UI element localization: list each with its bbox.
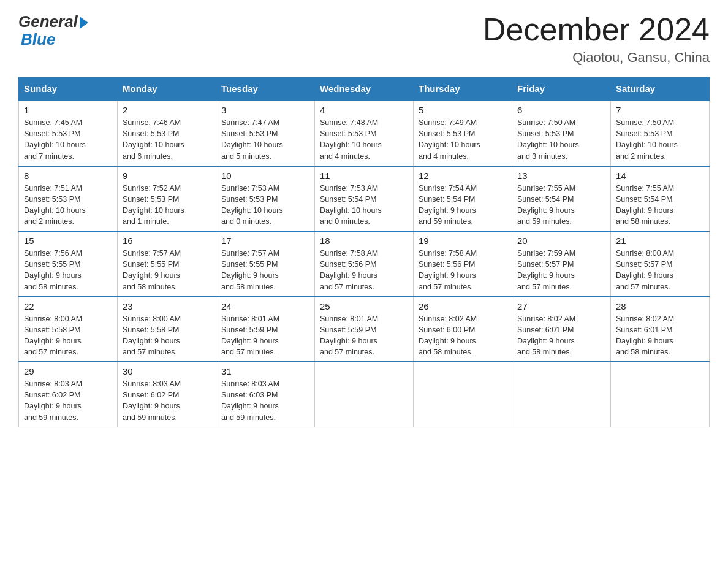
calendar-week-row: 1Sunrise: 7:45 AMSunset: 5:53 PMDaylight… [19,101,710,166]
calendar-cell: 20Sunrise: 7:59 AMSunset: 5:57 PMDayligh… [512,231,611,297]
day-info: Sunrise: 7:46 AMSunset: 5:53 PMDaylight:… [123,117,211,162]
day-info: Sunrise: 8:02 AMSunset: 6:00 PMDaylight:… [419,313,507,358]
day-info: Sunrise: 8:02 AMSunset: 6:01 PMDaylight:… [616,313,704,358]
calendar-week-row: 15Sunrise: 7:56 AMSunset: 5:55 PMDayligh… [19,231,710,297]
calendar-cell: 22Sunrise: 8:00 AMSunset: 5:58 PMDayligh… [19,297,118,362]
calendar-cell: 2Sunrise: 7:46 AMSunset: 5:53 PMDaylight… [118,101,216,166]
calendar-cell: 3Sunrise: 7:47 AMSunset: 5:53 PMDaylight… [216,101,315,166]
day-info: Sunrise: 8:03 AMSunset: 6:02 PMDaylight:… [24,378,112,423]
day-info: Sunrise: 7:55 AMSunset: 5:54 PMDaylight:… [616,183,704,228]
day-number: 25 [320,301,408,312]
logo: General Blue [18,12,88,47]
day-number: 27 [517,301,605,312]
calendar-cell: 6Sunrise: 7:50 AMSunset: 5:53 PMDaylight… [512,101,611,166]
day-number: 21 [616,236,704,246]
day-info: Sunrise: 7:50 AMSunset: 5:53 PMDaylight:… [616,117,704,162]
calendar-week-row: 22Sunrise: 8:00 AMSunset: 5:58 PMDayligh… [19,297,710,362]
day-number: 7 [616,105,704,115]
day-info: Sunrise: 7:58 AMSunset: 5:56 PMDaylight:… [320,248,408,293]
calendar-cell: 30Sunrise: 8:03 AMSunset: 6:02 PMDayligh… [118,362,216,427]
day-number: 13 [517,170,605,181]
day-number: 22 [24,301,112,312]
day-number: 2 [123,105,211,115]
day-number: 14 [616,170,704,181]
day-number: 31 [221,366,309,377]
calendar-cell: 7Sunrise: 7:50 AMSunset: 5:53 PMDaylight… [611,101,710,166]
calendar-cell: 10Sunrise: 7:53 AMSunset: 5:53 PMDayligh… [216,166,315,232]
day-info: Sunrise: 7:54 AMSunset: 5:54 PMDaylight:… [419,183,507,228]
calendar-cell: 26Sunrise: 8:02 AMSunset: 6:00 PMDayligh… [414,297,512,362]
day-number: 30 [123,366,211,377]
calendar-table: SundayMondayTuesdayWednesdayThursdayFrid… [18,77,710,427]
calendar-cell: 12Sunrise: 7:54 AMSunset: 5:54 PMDayligh… [414,166,512,232]
column-header-monday: Monday [118,77,216,101]
calendar-cell: 29Sunrise: 8:03 AMSunset: 6:02 PMDayligh… [19,362,118,427]
day-info: Sunrise: 8:03 AMSunset: 6:02 PMDaylight:… [123,378,211,423]
day-info: Sunrise: 8:00 AMSunset: 5:58 PMDaylight:… [24,313,112,358]
day-number: 19 [419,236,507,246]
calendar-cell: 31Sunrise: 8:03 AMSunset: 6:03 PMDayligh… [216,362,315,427]
calendar-cell: 28Sunrise: 8:02 AMSunset: 6:01 PMDayligh… [611,297,710,362]
day-info: Sunrise: 7:51 AMSunset: 5:53 PMDaylight:… [24,183,112,228]
calendar-cell [414,362,512,427]
calendar-cell: 13Sunrise: 7:55 AMSunset: 5:54 PMDayligh… [512,166,611,232]
calendar-cell: 18Sunrise: 7:58 AMSunset: 5:56 PMDayligh… [315,231,414,297]
day-info: Sunrise: 7:45 AMSunset: 5:53 PMDaylight:… [24,117,112,162]
column-header-saturday: Saturday [611,77,710,101]
calendar-cell: 9Sunrise: 7:52 AMSunset: 5:53 PMDaylight… [118,166,216,232]
day-info: Sunrise: 7:56 AMSunset: 5:55 PMDaylight:… [24,248,112,293]
day-number: 29 [24,366,112,377]
calendar-cell: 27Sunrise: 8:02 AMSunset: 6:01 PMDayligh… [512,297,611,362]
calendar-cell: 25Sunrise: 8:01 AMSunset: 5:59 PMDayligh… [315,297,414,362]
day-info: Sunrise: 8:01 AMSunset: 5:59 PMDaylight:… [221,313,309,358]
day-info: Sunrise: 7:55 AMSunset: 5:54 PMDaylight:… [517,183,605,228]
column-header-sunday: Sunday [19,77,118,101]
day-info: Sunrise: 7:58 AMSunset: 5:56 PMDaylight:… [419,248,507,293]
day-info: Sunrise: 7:53 AMSunset: 5:53 PMDaylight:… [221,183,309,228]
day-number: 16 [123,236,211,246]
day-number: 8 [24,170,112,181]
day-number: 26 [419,301,507,312]
day-number: 24 [221,301,309,312]
calendar-cell: 15Sunrise: 7:56 AMSunset: 5:55 PMDayligh… [19,231,118,297]
day-info: Sunrise: 8:01 AMSunset: 5:59 PMDaylight:… [320,313,408,358]
calendar-header-row: SundayMondayTuesdayWednesdayThursdayFrid… [19,77,710,101]
calendar-week-row: 29Sunrise: 8:03 AMSunset: 6:02 PMDayligh… [19,362,710,427]
column-header-tuesday: Tuesday [216,77,315,101]
day-number: 5 [419,105,507,115]
calendar-cell: 4Sunrise: 7:48 AMSunset: 5:53 PMDaylight… [315,101,414,166]
day-info: Sunrise: 7:49 AMSunset: 5:53 PMDaylight:… [419,117,507,162]
page-header: General Blue December 2024 Qiaotou, Gans… [18,12,710,66]
day-number: 4 [320,105,408,115]
day-number: 9 [123,170,211,181]
day-number: 17 [221,236,309,246]
day-number: 28 [616,301,704,312]
calendar-cell: 11Sunrise: 7:53 AMSunset: 5:54 PMDayligh… [315,166,414,232]
calendar-cell: 5Sunrise: 7:49 AMSunset: 5:53 PMDaylight… [414,101,512,166]
day-info: Sunrise: 8:00 AMSunset: 5:58 PMDaylight:… [123,313,211,358]
calendar-cell: 23Sunrise: 8:00 AMSunset: 5:58 PMDayligh… [118,297,216,362]
day-info: Sunrise: 7:59 AMSunset: 5:57 PMDaylight:… [517,248,605,293]
day-number: 1 [24,105,112,115]
day-number: 23 [123,301,211,312]
page-title: December 2024 [483,12,710,47]
calendar-week-row: 8Sunrise: 7:51 AMSunset: 5:53 PMDaylight… [19,166,710,232]
calendar-cell [611,362,710,427]
day-number: 18 [320,236,408,246]
day-info: Sunrise: 7:47 AMSunset: 5:53 PMDaylight:… [221,117,309,162]
day-info: Sunrise: 7:52 AMSunset: 5:53 PMDaylight:… [123,183,211,228]
calendar-cell: 17Sunrise: 7:57 AMSunset: 5:55 PMDayligh… [216,231,315,297]
day-info: Sunrise: 8:02 AMSunset: 6:01 PMDaylight:… [517,313,605,358]
day-info: Sunrise: 8:03 AMSunset: 6:03 PMDaylight:… [221,378,309,423]
calendar-cell [512,362,611,427]
calendar-cell [315,362,414,427]
day-number: 12 [419,170,507,181]
logo-blue-text: Blue [21,31,55,47]
day-number: 15 [24,236,112,246]
column-header-wednesday: Wednesday [315,77,414,101]
calendar-cell: 21Sunrise: 8:00 AMSunset: 5:57 PMDayligh… [611,231,710,297]
day-info: Sunrise: 7:53 AMSunset: 5:54 PMDaylight:… [320,183,408,228]
day-info: Sunrise: 7:48 AMSunset: 5:53 PMDaylight:… [320,117,408,162]
calendar-cell: 19Sunrise: 7:58 AMSunset: 5:56 PMDayligh… [414,231,512,297]
calendar-cell: 1Sunrise: 7:45 AMSunset: 5:53 PMDaylight… [19,101,118,166]
